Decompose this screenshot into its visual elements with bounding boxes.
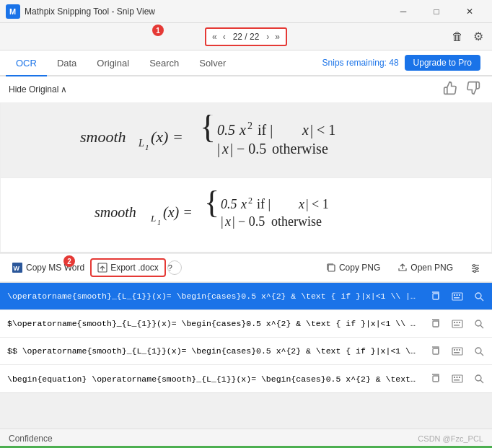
chevron-up-icon: ∧ (61, 84, 67, 95)
keyboard-code-2-button[interactable] (447, 341, 467, 361)
minimize-button[interactable]: ─ (387, 0, 420, 23)
svg-rect-60 (452, 348, 462, 355)
hide-original-button[interactable]: Hide Original ∧ (9, 84, 67, 95)
prev-snip-button[interactable] (220, 30, 229, 43)
svg-text:x: x (298, 197, 304, 211)
code-text-3: \begin{equation} \operatorname{smooth}_{… (0, 370, 423, 388)
svg-rect-43 (433, 294, 439, 299)
snips-remaining-text: Snips remaining: 48 (322, 58, 399, 68)
svg-rect-55 (459, 322, 460, 323)
svg-text:|: | (221, 214, 224, 229)
svg-text:L: L (138, 138, 144, 149)
copy-code-3-button[interactable] (426, 369, 446, 389)
copy-rows-icon (431, 374, 441, 384)
copy-code-0-button[interactable] (426, 286, 446, 307)
bottom-row: Confidence CSDN @Fzc_PCL (0, 429, 492, 448)
svg-line-50 (480, 298, 483, 301)
open-png-button[interactable]: Open PNG (392, 260, 459, 276)
keyboard-code-0-button[interactable] (447, 286, 467, 307)
copy-ms-word-button[interactable]: W Copy MS Word (6, 259, 90, 276)
help-button[interactable]: ? (167, 260, 182, 275)
code-row-3[interactable]: \begin{equation} \operatorname{smooth}_{… (0, 365, 492, 392)
svg-text:0.5: 0.5 (221, 197, 237, 211)
copy-rows-icon (431, 291, 441, 302)
settings-button[interactable]: ⚙ (470, 27, 486, 46)
svg-rect-53 (454, 322, 455, 323)
trash-button[interactable]: 🗑 (449, 27, 466, 46)
first-snip-button[interactable] (209, 30, 220, 43)
svg-rect-44 (452, 293, 462, 300)
open-icon (397, 263, 408, 273)
open-png-label: Open PNG (410, 263, 453, 273)
search-code-0-button[interactable] (469, 286, 489, 307)
search-code-2-button[interactable] (469, 341, 489, 361)
svg-text:| − 0.5: | − 0.5 (230, 141, 266, 157)
double-left-arrow-icon (212, 32, 217, 42)
nav-bar: 1 22 / 22 🗑 ⚙ (0, 23, 492, 50)
search-code-3-button[interactable] (469, 369, 489, 389)
badge-2: 2 (63, 255, 75, 267)
code-row-0[interactable]: \operatorname{smooth}_{L_{1}}(x)= \begin… (0, 283, 492, 310)
svg-rect-59 (433, 348, 439, 354)
svg-text:| − 0.5: | − 0.5 (232, 214, 265, 229)
action-right: Copy PNG Open PNG (320, 260, 486, 276)
next-snip-button[interactable] (263, 30, 272, 43)
svg-text:1: 1 (157, 219, 161, 227)
svg-text:|: | (217, 141, 220, 157)
tab-data[interactable]: Data (47, 50, 87, 76)
svg-rect-61 (454, 349, 455, 351)
svg-rect-69 (454, 377, 455, 378)
code-actions-2 (423, 341, 492, 361)
watermark-text: CSDN @Fzc_PCL (418, 434, 483, 443)
code-actions-0 (423, 286, 492, 307)
action-settings-button[interactable] (465, 260, 486, 276)
maximize-button[interactable]: □ (420, 0, 453, 23)
keyboard-code-3-button[interactable] (447, 369, 467, 389)
copy-code-2-button[interactable] (426, 341, 446, 361)
code-text-1: $\operatorname{smooth}_{L_{1}}(x)= \begi… (0, 315, 423, 333)
snip-counter-text: 22 / 22 (229, 32, 264, 42)
keyboard-icon (452, 320, 463, 328)
svg-line-58 (480, 325, 483, 328)
double-right-arrow-icon (275, 32, 280, 42)
copy-code-1-button[interactable] (426, 314, 446, 334)
thumbs-down-button[interactable] (463, 79, 483, 100)
nav-bar-right: 🗑 ⚙ (449, 27, 486, 46)
search-icon (474, 346, 484, 356)
code-row-2[interactable]: $$ \operatorname{smooth}_{L_{1}}(x)= \be… (0, 338, 492, 365)
svg-point-57 (475, 320, 481, 326)
keyboard-icon (452, 347, 463, 356)
close-button[interactable]: ✕ (453, 0, 486, 23)
svg-text:W: W (14, 265, 20, 272)
title-bar: M Mathpix Snipping Tool - Snip View ─ □ … (0, 0, 492, 23)
thumbs-up-button[interactable] (440, 79, 460, 100)
tab-solver[interactable]: Solver (189, 50, 236, 76)
svg-rect-51 (433, 321, 439, 327)
action-row: 2 W Copy MS Word Export .docx ? (0, 253, 492, 282)
code-row-1[interactable]: $\operatorname{smooth}_{L_{1}}(x)= \begi… (0, 310, 492, 338)
svg-rect-68 (452, 375, 462, 382)
svg-text:L: L (150, 213, 156, 224)
export-docx-label: Export .docx (110, 263, 159, 273)
snips-remaining: Snips remaining: 48 Upgrade to Pro (322, 50, 486, 75)
right-arrow-icon (266, 32, 269, 42)
svg-text:1: 1 (145, 143, 149, 151)
svg-point-42 (474, 271, 476, 273)
copy-png-label: Copy PNG (339, 263, 380, 273)
last-snip-button[interactable] (272, 30, 283, 43)
svg-rect-45 (454, 294, 455, 296)
svg-text:0.5: 0.5 (217, 122, 235, 138)
keyboard-code-1-button[interactable] (447, 314, 467, 334)
export-docx-button[interactable]: Export .docx (90, 258, 166, 277)
svg-text:2: 2 (247, 120, 252, 131)
window-controls: ─ □ ✕ (387, 0, 486, 23)
tab-ocr[interactable]: OCR (6, 50, 47, 76)
copy-png-button[interactable]: Copy PNG (320, 260, 386, 276)
tab-original[interactable]: Original (87, 50, 139, 76)
search-code-1-button[interactable] (469, 314, 489, 334)
upgrade-button[interactable]: Upgrade to Pro (405, 55, 480, 71)
svg-point-40 (476, 268, 478, 270)
search-icon (474, 374, 484, 384)
svg-rect-54 (457, 322, 458, 323)
tab-search[interactable]: Search (139, 50, 189, 76)
